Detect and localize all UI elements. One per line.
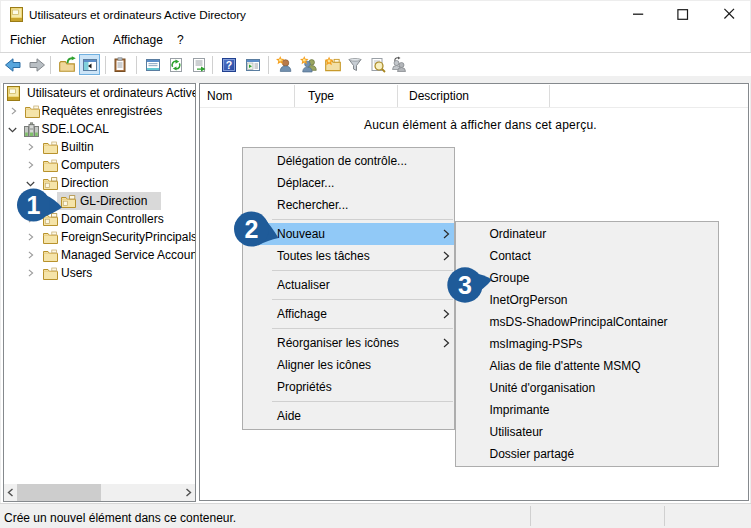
svg-text:2: 2 — [245, 215, 259, 243]
svg-text:3: 3 — [458, 271, 472, 299]
svg-text:1: 1 — [27, 191, 41, 219]
svg-text:?: ? — [226, 59, 232, 71]
